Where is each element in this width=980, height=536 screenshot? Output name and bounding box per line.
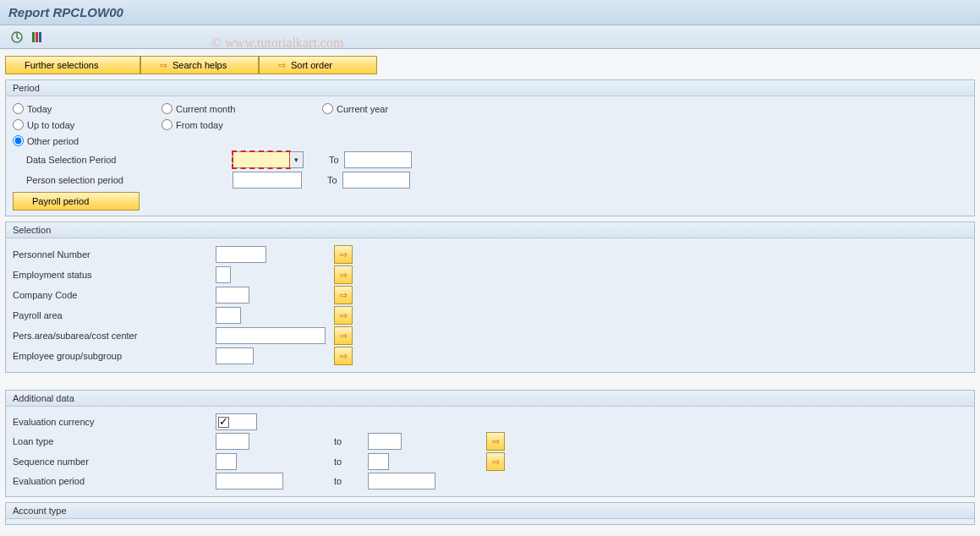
multiple-selection-button[interactable]: ⇨ — [334, 347, 353, 365]
loan-type-from-input[interactable] — [216, 433, 249, 450]
radio-current-year-input[interactable] — [322, 103, 333, 114]
pers-area-label: Pers.area/subarea/cost center — [13, 331, 216, 341]
radio-other-period-input[interactable] — [13, 135, 24, 146]
payroll-area-label: Payroll area — [13, 310, 216, 320]
title-bar: Report RPCLOW00 — [0, 0, 980, 25]
multiple-selection-button[interactable]: ⇨ — [486, 452, 505, 471]
multiple-selection-button[interactable]: ⇨ — [486, 432, 505, 451]
emp-group-input[interactable] — [216, 347, 254, 364]
eval-currency-row: Evaluation currency — [13, 413, 967, 430]
data-selection-label: Data Selection Period — [13, 155, 207, 165]
additional-data-title: Additional data — [6, 391, 974, 407]
data-sel-to-input[interactable] — [344, 151, 412, 168]
arrow-right-icon: ⇨ — [340, 310, 348, 321]
loan-type-label: Loan type — [13, 436, 216, 446]
radio-other-period[interactable]: Other period — [13, 135, 79, 146]
person-selection-row: Person selection period To — [13, 172, 967, 189]
arrow-right-icon: ⇨ — [492, 457, 500, 468]
data-selection-row: Data Selection Period ▾ To — [13, 151, 967, 168]
pers-area-row: Pers.area/subarea/cost center ⇨ — [13, 326, 967, 345]
person-sel-from-input[interactable] — [233, 172, 302, 189]
sequence-number-row: Sequence number to ⇨ — [13, 452, 967, 471]
selection-group-title: Selection — [6, 222, 974, 238]
eval-currency-label: Evaluation currency — [13, 417, 216, 427]
multiple-selection-button[interactable]: ⇨ — [334, 326, 353, 345]
multiple-selection-button[interactable]: ⇨ — [334, 245, 353, 264]
emp-group-row: Employee group/subgroup ⇨ — [13, 347, 967, 365]
radio-today-label: Today — [27, 104, 52, 114]
payroll-area-row: Payroll area ⇨ — [13, 306, 967, 325]
sequence-number-label: Sequence number — [13, 457, 216, 467]
icon-toolbar — [0, 25, 980, 49]
radio-current-month[interactable]: Current month — [162, 103, 322, 114]
sort-order-button[interactable]: ⇨ Sort order — [259, 56, 377, 74]
radio-today[interactable]: Today — [13, 103, 162, 114]
data-sel-from-input[interactable] — [233, 151, 290, 168]
radio-up-to-today[interactable]: Up to today — [13, 119, 162, 130]
arrow-right-icon: ⇨ — [340, 249, 348, 260]
personnel-number-row: Personnel Number ⇨ — [13, 245, 967, 264]
search-helps-label: Search helps — [172, 60, 227, 70]
radio-current-month-label: Current month — [176, 104, 235, 114]
person-sel-to-input[interactable] — [342, 172, 410, 189]
radio-up-to-today-label: Up to today — [27, 120, 74, 130]
radio-current-year-label: Current year — [337, 104, 388, 114]
eval-period-to-input[interactable] — [368, 473, 435, 490]
selection-toolbar: Further selections ⇨ Search helps ⇨ Sort… — [5, 56, 975, 74]
person-selection-label: Person selection period — [13, 175, 207, 185]
selection-group: Selection Personnel Number ⇨ Employment … — [5, 222, 975, 373]
execute-icon[interactable] — [8, 30, 25, 45]
eval-period-from-input[interactable] — [216, 473, 283, 490]
search-helps-button[interactable]: ⇨ Search helps — [140, 56, 259, 74]
page-title: Report RPCLOW00 — [8, 5, 972, 19]
further-selections-label: Further selections — [25, 60, 98, 70]
radio-from-today[interactable]: From today — [162, 119, 223, 130]
to-label: To — [302, 175, 342, 185]
employment-status-row: Employment status ⇨ — [13, 265, 967, 284]
employment-status-input[interactable] — [216, 266, 231, 283]
arrow-right-icon: ⇨ — [340, 270, 348, 281]
layout-icon[interactable] — [29, 30, 46, 45]
payroll-area-input[interactable] — [216, 307, 241, 324]
svg-rect-3 — [39, 32, 41, 42]
svg-rect-1 — [32, 32, 35, 42]
account-type-group: Account type — [5, 502, 975, 525]
pers-area-input[interactable] — [216, 327, 326, 344]
radio-from-today-label: From today — [176, 120, 223, 130]
arrow-right-icon: ⇨ — [340, 290, 348, 301]
radio-up-to-today-input[interactable] — [13, 119, 24, 130]
arrow-right-icon: ⇨ — [340, 351, 348, 362]
personnel-number-label: Personnel Number — [13, 249, 216, 260]
evaluation-period-row: Evaluation period to — [13, 473, 967, 490]
svg-rect-2 — [36, 32, 38, 42]
loan-type-row: Loan type to ⇨ — [13, 432, 967, 451]
seq-to-input[interactable] — [368, 453, 389, 470]
arrow-right-icon: ⇨ — [160, 60, 167, 71]
eval-currency-input[interactable] — [229, 415, 255, 429]
company-code-row: Company Code ⇨ — [13, 286, 967, 304]
radio-today-input[interactable] — [13, 103, 24, 114]
emp-group-label: Employee group/subgroup — [13, 351, 216, 361]
payroll-period-label: Payroll period — [32, 196, 89, 206]
further-selections-button[interactable]: Further selections — [5, 56, 140, 74]
radio-current-month-input[interactable] — [162, 103, 172, 114]
eval-currency-checkbox[interactable] — [218, 417, 229, 428]
company-code-input[interactable] — [216, 287, 249, 304]
radio-from-today-input[interactable] — [162, 119, 172, 130]
seq-from-input[interactable] — [216, 453, 237, 470]
evaluation-period-label: Evaluation period — [13, 476, 216, 486]
radio-current-year[interactable]: Current year — [322, 103, 388, 114]
content-area: Further selections ⇨ Search helps ⇨ Sort… — [0, 49, 980, 532]
to-label: to — [334, 476, 368, 486]
multiple-selection-button[interactable]: ⇨ — [334, 306, 353, 325]
to-label: to — [334, 457, 368, 467]
personnel-number-input[interactable] — [216, 246, 266, 263]
payroll-period-button[interactable]: Payroll period — [13, 192, 140, 211]
period-group: Period Today Current month Current year — [5, 79, 975, 216]
account-type-title: Account type — [6, 503, 974, 519]
f4-help-icon[interactable]: ▾ — [290, 151, 304, 168]
multiple-selection-button[interactable]: ⇨ — [334, 265, 353, 284]
loan-type-to-input[interactable] — [368, 433, 402, 450]
sort-order-label: Sort order — [291, 60, 332, 70]
multiple-selection-button[interactable]: ⇨ — [334, 286, 353, 304]
